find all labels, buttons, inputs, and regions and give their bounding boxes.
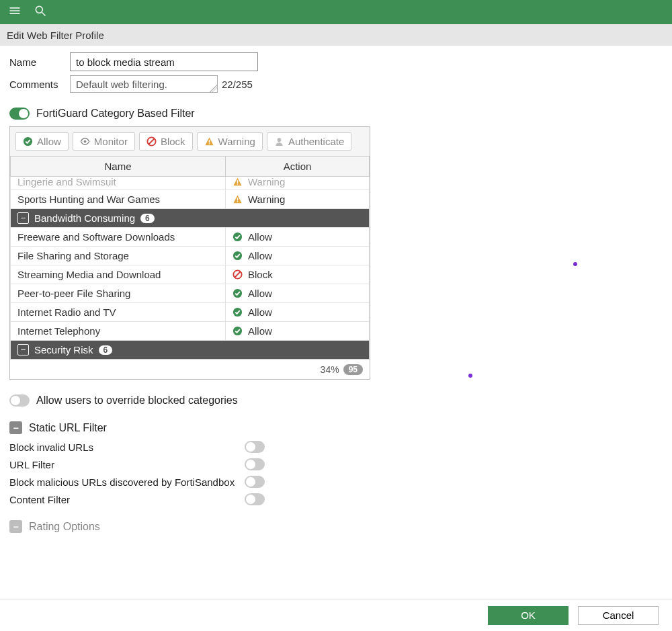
char-count: 22/255	[222, 79, 253, 90]
table-row[interactable]: Internet TelephonyAllow	[11, 322, 370, 341]
category-table: Name Action Lingerie and Swimsuit Warnin…	[10, 156, 370, 360]
fortiguard-toggle[interactable]	[9, 108, 30, 120]
url-filter-toggle[interactable]	[245, 458, 265, 470]
svg-point-7	[36, 6, 42, 13]
total-count: 95	[343, 364, 363, 375]
collapse-icon[interactable]: −	[17, 212, 29, 224]
group-count: 6	[99, 345, 113, 355]
allow-button[interactable]: Allow	[15, 132, 69, 151]
cancel-button[interactable]: Cancel	[578, 606, 659, 625]
allow-icon	[233, 288, 243, 298]
page-title-bar: Edit Web Filter Profile	[0, 24, 672, 46]
name-label: Name	[9, 56, 70, 68]
table-row[interactable]: Streaming Media and DownloadBlock	[11, 265, 370, 284]
table-row[interactable]: Internet Radio and TVAllow	[11, 303, 370, 322]
table-row[interactable]: Peer-to-peer File SharingAllow	[11, 284, 370, 303]
fortiguard-title: FortiGuard Category Based Filter	[36, 108, 195, 120]
block-icon	[233, 269, 243, 280]
table-row[interactable]: Freeware and Software DownloadsAllow	[11, 228, 370, 247]
override-toggle[interactable]	[9, 394, 30, 407]
block-invalid-label: Block invalid URLs	[9, 441, 245, 453]
page-title: Edit Web Filter Profile	[7, 30, 104, 41]
group-count: 6	[140, 214, 155, 223]
table-row[interactable]: Lingerie and Swimsuit Warning	[11, 177, 370, 190]
block-invalid-toggle[interactable]	[245, 441, 265, 453]
warning-icon	[233, 194, 243, 204]
scroll-percent: 34%	[321, 364, 339, 375]
allow-icon	[233, 251, 243, 261]
block-malicious-toggle[interactable]	[245, 476, 265, 488]
table-footer: 34% 95	[10, 360, 370, 379]
content-filter-toggle[interactable]	[245, 493, 265, 505]
col-action: Action	[226, 157, 370, 177]
comments-input[interactable]	[70, 75, 218, 93]
group-security-risk[interactable]: −Security Risk6	[11, 341, 370, 360]
table-row[interactable]: File Sharing and StorageAllow	[11, 247, 370, 265]
allow-icon	[233, 232, 243, 242]
table-row[interactable]: Sports Hunting and War Games Warning	[11, 190, 370, 209]
monitor-button[interactable]: Monitor	[73, 132, 135, 151]
collapse-icon[interactable]: −	[17, 344, 29, 355]
override-label: Allow users to override blocked categori…	[36, 394, 238, 407]
decorative-dot	[573, 262, 577, 266]
url-filter-label: URL Filter	[9, 459, 245, 470]
menu-icon[interactable]	[8, 4, 22, 20]
search-icon[interactable]	[34, 4, 47, 20]
decorative-dot	[468, 374, 472, 378]
static-url-title: Static URL Filter	[29, 422, 107, 434]
block-button[interactable]: Block	[139, 132, 193, 151]
static-url-expand[interactable]: −	[9, 421, 22, 434]
rating-expand[interactable]: −	[9, 520, 22, 533]
content-filter-label: Content Filter	[9, 494, 245, 505]
warning-button[interactable]: Warning	[197, 132, 263, 151]
footer-bar: OK Cancel	[0, 599, 672, 631]
authenticate-button[interactable]: Authenticate	[267, 132, 351, 151]
block-malicious-label: Block malicious URLs discovered by Forti…	[9, 476, 245, 488]
ok-button[interactable]: OK	[488, 606, 569, 625]
group-bandwidth-consuming[interactable]: −Bandwidth Consuming6	[11, 209, 370, 228]
comments-label: Comments	[9, 79, 70, 90]
svg-line-8	[42, 13, 46, 16]
rating-title: Rating Options	[29, 521, 100, 533]
warning-icon	[233, 177, 243, 187]
allow-icon	[233, 326, 243, 336]
col-name: Name	[11, 157, 226, 177]
allow-icon	[233, 307, 243, 317]
name-input[interactable]	[70, 52, 258, 71]
category-table-container: Allow Monitor Block Warning Authenticate…	[9, 126, 370, 380]
top-bar	[0, 0, 672, 24]
